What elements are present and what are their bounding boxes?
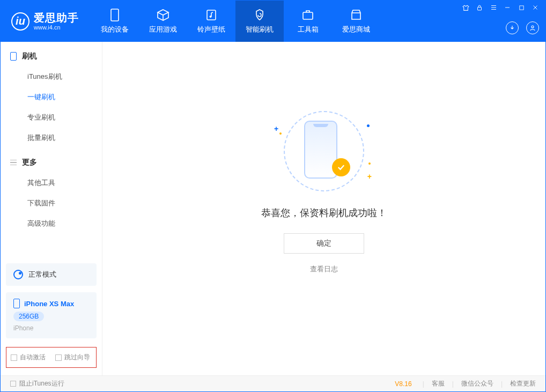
nav-label: 应用游戏 (149, 25, 177, 34)
checkbox-icon (55, 354, 62, 361)
nav-my-device[interactable]: 我的设备 (91, 1, 139, 42)
header-right (462, 1, 539, 42)
logo-title: 爱思助手 (34, 12, 79, 23)
nav-label: 智能刷机 (246, 25, 274, 34)
shop-icon (350, 9, 363, 21)
sidebar-item-one-click-flash[interactable]: 一键刷机 (1, 87, 102, 107)
download-icon[interactable] (506, 21, 519, 34)
svg-rect-3 (303, 12, 313, 19)
footer-link-support[interactable]: 客服 (432, 379, 445, 388)
nav-flash[interactable]: 智能刷机 (235, 1, 284, 42)
sidebar-item-download-firmware[interactable]: 下载固件 (1, 193, 102, 213)
menu-icon[interactable] (490, 4, 497, 11)
version-label: V8.16 (395, 380, 411, 388)
checkbox-block-itunes[interactable]: 阻止iTunes运行 (10, 379, 64, 388)
phone-outline-icon (10, 52, 17, 61)
device-storage-badge: 256GB (13, 312, 44, 321)
sidebar-item-batch-flash[interactable]: 批量刷机 (1, 128, 102, 148)
mode-label: 正常模式 (28, 270, 56, 279)
highlighted-checkbox-strip: 自动激活 跳过向导 (6, 347, 97, 368)
sidebar-section-more: 更多 (1, 148, 102, 173)
nav-label: 工具箱 (298, 25, 319, 34)
list-icon (10, 160, 17, 166)
success-message: 恭喜您，保资料刷机成功啦！ (261, 206, 387, 219)
success-illustration: + + (284, 111, 364, 191)
minimize-button[interactable] (504, 4, 511, 11)
checkbox-icon (10, 381, 16, 387)
device-icon (108, 9, 121, 21)
cube-icon (157, 9, 169, 21)
nav-label: 我的设备 (101, 25, 129, 34)
shirt-icon[interactable] (462, 4, 469, 11)
header: iu 爱思助手 www.i4.cn 我的设备 应用游戏 铃声壁纸 智能刷机 工具… (1, 1, 545, 42)
main-content: + + 恭喜您，保资料刷机成功啦！ 确定 查看日志 (102, 42, 545, 375)
sidebar-section-flash: 刷机 (1, 42, 102, 66)
briefcase-icon (301, 9, 314, 21)
sidebar-item-itunes-flash[interactable]: iTunes刷机 (1, 66, 102, 87)
view-log-link[interactable]: 查看日志 (310, 264, 338, 274)
lock-icon[interactable] (476, 4, 483, 11)
svg-point-2 (210, 16, 211, 17)
sparkle-icon: + (367, 172, 372, 181)
svg-rect-0 (111, 9, 119, 21)
refresh-icon (253, 9, 266, 21)
close-button[interactable] (532, 4, 539, 11)
footer-link-wechat[interactable]: 微信公众号 (461, 379, 493, 388)
nav-label: 铃声壁纸 (197, 25, 225, 34)
checkbox-icon (11, 354, 17, 361)
device-phone-icon (13, 299, 20, 308)
nav-label: 爱思商城 (342, 25, 370, 34)
mode-icon (13, 270, 23, 279)
nav-store[interactable]: 爱思商城 (332, 1, 380, 42)
sidebar-item-other-tools[interactable]: 其他工具 (1, 173, 102, 193)
sidebar: 刷机 iTunes刷机 一键刷机 专业刷机 批量刷机 更多 其他工具 下载固件 … (1, 42, 102, 375)
device-card[interactable]: iPhone XS Max 256GB iPhone (6, 292, 97, 338)
nav-toolbox[interactable]: 工具箱 (284, 1, 332, 42)
sidebar-item-pro-flash[interactable]: 专业刷机 (1, 107, 102, 128)
music-icon (205, 9, 218, 21)
checkbox-auto-activate[interactable]: 自动激活 (11, 353, 46, 362)
sidebar-item-advanced[interactable]: 高级功能 (1, 213, 102, 234)
footer: 阻止iTunes运行 V8.16 | 客服 | 微信公众号 | 检查更新 (1, 375, 545, 391)
top-nav: 我的设备 应用游戏 铃声壁纸 智能刷机 工具箱 爱思商城 (91, 1, 380, 42)
checkmark-badge-icon (332, 158, 350, 176)
sparkle-icon: + (274, 124, 278, 133)
maximize-button[interactable] (518, 4, 525, 11)
ok-button[interactable]: 确定 (284, 233, 364, 254)
svg-rect-4 (478, 7, 482, 10)
device-type: iPhone (13, 324, 89, 332)
svg-point-12 (532, 26, 534, 28)
app-logo: iu 爱思助手 www.i4.cn (1, 1, 91, 42)
logo-icon: iu (11, 12, 29, 31)
window-controls (462, 4, 539, 11)
checkbox-skip-guide[interactable]: 跳过向导 (55, 353, 90, 362)
nav-ringtones[interactable]: 铃声壁纸 (187, 1, 235, 42)
user-icon[interactable] (526, 21, 539, 34)
logo-url: www.i4.cn (34, 25, 79, 31)
svg-rect-9 (519, 5, 523, 9)
nav-apps[interactable]: 应用游戏 (139, 1, 187, 42)
device-name: iPhone XS Max (24, 300, 74, 308)
footer-link-update[interactable]: 检查更新 (510, 379, 536, 388)
mode-card[interactable]: 正常模式 (6, 263, 97, 286)
